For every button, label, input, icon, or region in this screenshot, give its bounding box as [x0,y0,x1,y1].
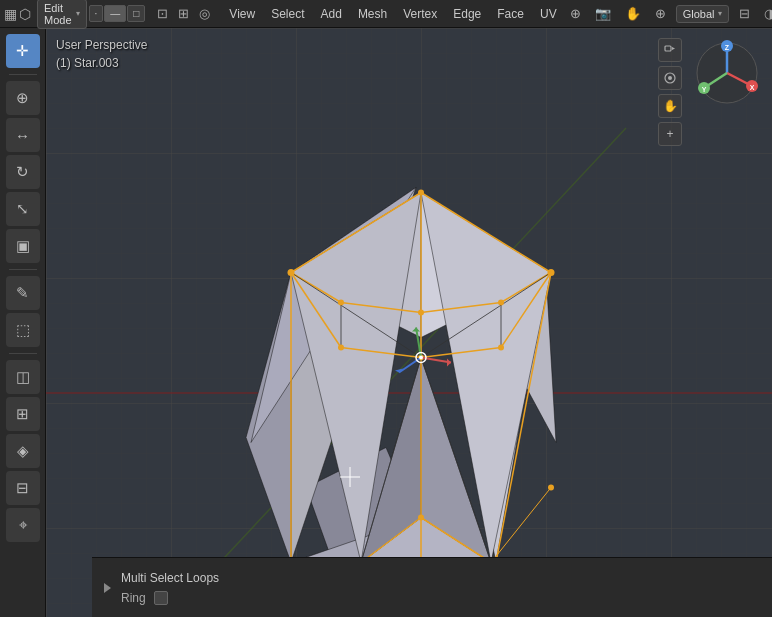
tool-separator-3 [9,353,37,354]
svg-rect-64 [665,46,671,51]
editor-type-icons: ▦ ⬡ [4,6,31,22]
tool-separator-2 [9,269,37,270]
svg-point-42 [418,190,424,196]
hand-icon[interactable]: ✋ [621,4,645,23]
move-tool[interactable]: ↔ [6,118,40,152]
global-chevron: ▾ [718,9,722,18]
bottom-operator-panel: Multi Select Loops Ring [92,557,772,617]
axes-gizmo[interactable]: Z X Y [692,38,762,108]
measure-tool[interactable]: ⬚ [6,313,40,347]
panel-title: Multi Select Loops [121,571,219,585]
svg-marker-57 [447,359,451,367]
camera-icon[interactable]: 📷 [591,4,615,23]
edge-select-mode-btn[interactable]: — [104,5,126,22]
mesh-select-mode-buttons: · — □ [89,5,146,22]
shading-btn[interactable]: ◑ [760,4,772,23]
render-icon[interactable]: ⊕ [566,4,585,23]
top-menu-bar: ▦ ⬡ Edit Mode ▾ · — □ ⊡ ⊞ ◎ View Select … [0,0,772,28]
overlay-btn[interactable]: ⊟ [735,4,754,23]
svg-point-67 [668,76,672,80]
inset-tool[interactable]: ⊞ [6,397,40,431]
svg-point-51 [418,515,424,521]
svg-point-45 [338,300,344,306]
left-toolbar: ✛ ⊕ ↔ ↻ ⤡ ▣ ✎ ⬚ ◫ ⊞ ◈ ⊟ ⌖ [0,28,46,617]
top-right-icons: ⊕ 📷 ✋ ⊕ Global ▾ ⊟ ◑ ⋯ [566,4,772,23]
bevel-tool[interactable]: ◈ [6,434,40,468]
global-label: Global [683,8,715,20]
select-menu[interactable]: Select [264,4,311,24]
extrude-tool[interactable]: ◫ [6,360,40,394]
viewport-icon-group: ⊡ ⊞ ◎ [153,4,214,23]
ring-label: Ring [121,591,146,605]
view-menu[interactable]: View [222,4,262,24]
svg-point-46 [498,300,504,306]
mesh-menu[interactable]: Mesh [351,4,394,24]
select-box-tool[interactable]: ✛ [6,34,40,68]
zoom-plus-btn[interactable]: + [658,122,682,146]
loop-cut-tool[interactable]: ⊟ [6,471,40,505]
mode-chevron: ▾ [76,9,80,18]
svg-point-44 [548,269,555,276]
svg-point-47 [418,310,424,316]
svg-point-48 [338,345,344,351]
overlay-icon[interactable]: ⊡ [153,4,172,23]
rotate-tool[interactable]: ↻ [6,155,40,189]
face-menu[interactable]: Face [490,4,531,24]
svg-point-55 [548,485,554,491]
vertex-select-mode-btn[interactable]: · [89,5,104,22]
ring-checkbox[interactable] [154,591,168,605]
panel-collapse-icon[interactable] [104,583,111,593]
render-preview-btn[interactable] [658,66,682,90]
main-viewport[interactable]: User Perspective (1) Star.003 ✋ + [46,28,772,617]
svg-marker-65 [672,47,675,50]
svg-point-63 [419,356,423,360]
edit-mode-dropdown[interactable]: Edit Mode ▾ [37,0,87,29]
editor-type-icon[interactable]: ▦ [4,6,17,22]
svg-text:Z: Z [725,44,730,51]
cursor-tool[interactable]: ⊕ [6,81,40,115]
vertex-menu[interactable]: Vertex [396,4,444,24]
transform-tool[interactable]: ▣ [6,229,40,263]
scale-tool[interactable]: ⤡ [6,192,40,226]
svg-point-43 [288,269,295,276]
proportional-icon[interactable]: ◎ [195,4,214,23]
face-select-mode-btn[interactable]: □ [127,5,145,22]
add-menu[interactable]: Add [314,4,349,24]
object-icon[interactable]: ⬡ [19,6,31,22]
uv-menu[interactable]: UV [533,4,564,24]
annotate-tool[interactable]: ✎ [6,276,40,310]
mode-label: Edit Mode [44,2,72,26]
tool-separator-1 [9,74,37,75]
svg-point-49 [498,345,504,351]
viewport-controls: ✋ + [658,38,682,146]
snap-icon[interactable]: ⊞ [174,4,193,23]
zoom-icon[interactable]: ⊕ [651,4,670,23]
svg-text:X: X [750,84,755,91]
knife-tool[interactable]: ⌖ [6,508,40,542]
global-dropdown[interactable]: Global ▾ [676,5,730,23]
edge-menu[interactable]: Edge [446,4,488,24]
svg-text:Y: Y [702,86,707,93]
camera-view-btn[interactable] [658,38,682,62]
grab-btn[interactable]: ✋ [658,94,682,118]
